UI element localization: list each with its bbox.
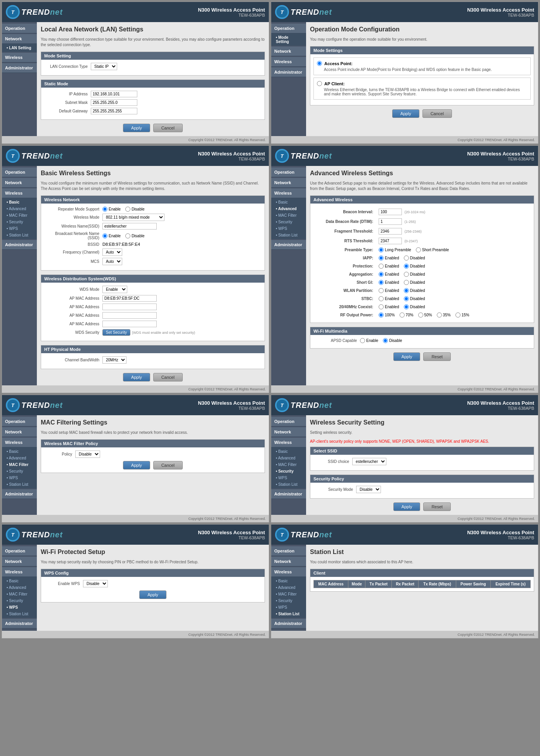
- apply-button[interactable]: Apply: [139, 590, 166, 599]
- apply-button[interactable]: Apply: [123, 461, 150, 469]
- radio-option[interactable]: 15%: [455, 312, 469, 318]
- channel-bw-select[interactable]: 20MHz 40MHz: [102, 356, 126, 364]
- sidebar-link[interactable]: MAC Filter: [271, 212, 306, 219]
- sidebar-link[interactable]: MAC Filter: [271, 461, 306, 468]
- sidebar-link[interactable]: Advanced: [271, 205, 306, 212]
- sidebar-section-btn[interactable]: Operation: [2, 546, 37, 556]
- radio-option[interactable]: Disabled: [404, 255, 425, 261]
- adv-input[interactable]: [379, 228, 402, 235]
- ap-mac4-input[interactable]: [102, 321, 157, 327]
- sidebar-section-btn[interactable]: Network: [271, 178, 306, 188]
- sidebar-section-btn[interactable]: Operation: [2, 167, 37, 177]
- sidebar-link[interactable]: Station List: [2, 611, 37, 617]
- mode-radio[interactable]: [317, 61, 322, 66]
- sidebar-link[interactable]: Security: [271, 219, 306, 225]
- sidebar-section-btn[interactable]: Network: [2, 34, 37, 44]
- sidebar-link[interactable]: WPS: [271, 225, 306, 232]
- radio-option[interactable]: Enabled: [379, 296, 399, 301]
- reset-button[interactable]: Reset: [423, 352, 451, 361]
- sidebar-link[interactable]: MAC Filter: [271, 591, 306, 597]
- sidebar-section-btn[interactable]: Network: [2, 427, 37, 437]
- sidebar-section-btn[interactable]: Operation: [271, 417, 306, 426]
- ap-mac1-input[interactable]: [102, 295, 157, 302]
- radio-option[interactable]: Enabled: [379, 272, 399, 277]
- sidebar-link[interactable]: Station List: [271, 232, 306, 238]
- ssid-input[interactable]: [102, 223, 157, 230]
- sidebar-link[interactable]: Security: [2, 597, 37, 604]
- apply-button[interactable]: Apply: [393, 502, 421, 511]
- adv-input[interactable]: [379, 238, 402, 244]
- cancel-button[interactable]: Cancel: [422, 109, 452, 118]
- radio-option[interactable]: Enabled: [379, 288, 399, 293]
- sidebar-link[interactable]: WPS: [271, 475, 306, 481]
- sidebar-section-btn[interactable]: Administrator: [271, 240, 306, 250]
- sidebar-link[interactable]: Advanced: [2, 584, 37, 591]
- apply-button[interactable]: Apply: [123, 124, 150, 132]
- radio-option[interactable]: Enabled: [379, 280, 399, 285]
- sidebar-section-btn[interactable]: Administrator: [2, 240, 37, 250]
- apply-button[interactable]: Apply: [392, 109, 419, 118]
- form-input[interactable]: [91, 91, 137, 97]
- cancel-button[interactable]: Cancel: [153, 461, 183, 469]
- sidebar-link[interactable]: Basic: [271, 448, 306, 455]
- sidebar-section-btn[interactable]: Operation: [2, 24, 37, 33]
- sidebar-link[interactable]: Advanced: [2, 455, 37, 461]
- sidebar-link[interactable]: Basic: [2, 199, 37, 205]
- sidebar-link[interactable]: Basic: [2, 578, 37, 584]
- sidebar-link[interactable]: Basic: [271, 199, 306, 205]
- radio-option[interactable]: Enabled: [379, 304, 399, 309]
- sidebar-link[interactable]: Security: [2, 219, 37, 225]
- radio-option[interactable]: 50%: [418, 312, 432, 318]
- apsd-radio[interactable]: Disable: [383, 338, 402, 343]
- mcs-select[interactable]: Auto: [102, 258, 122, 265]
- sidebar-section-btn[interactable]: Operation: [2, 417, 37, 426]
- security-mode-select[interactable]: DisableWEPWPAWPA2: [356, 486, 381, 493]
- ap-mac2-input[interactable]: [102, 304, 157, 310]
- sidebar-link[interactable]: Station List: [271, 481, 306, 488]
- sidebar-section-btn[interactable]: Network: [2, 557, 37, 566]
- sidebar-link[interactable]: Station List: [271, 611, 306, 617]
- ssid-choice-select[interactable]: estellerucher: [352, 458, 386, 465]
- sidebar-section-btn[interactable]: Wireless: [271, 567, 306, 577]
- sidebar-link[interactable]: Station List: [2, 232, 37, 238]
- apply-button[interactable]: Apply: [123, 373, 150, 381]
- wireless-mode-select[interactable]: 802.11 b/g/n mixed mode: [102, 214, 164, 221]
- mode-radio[interactable]: [317, 81, 322, 86]
- freq-select[interactable]: Auto: [102, 249, 122, 256]
- sidebar-link[interactable]: Basic: [271, 578, 306, 584]
- ap-mac3-input[interactable]: [102, 312, 157, 319]
- sidebar-link[interactable]: Mode Setting: [271, 34, 306, 45]
- sidebar-link[interactable]: Advanced: [2, 205, 37, 212]
- apsd-radio[interactable]: Enable: [360, 338, 378, 343]
- form-input[interactable]: [91, 99, 137, 106]
- sidebar-section-btn[interactable]: Wireless: [2, 567, 37, 577]
- sidebar-link[interactable]: WPS: [2, 475, 37, 481]
- radio-option[interactable]: Disabled: [404, 304, 425, 309]
- sidebar-link[interactable]: WPS: [2, 225, 37, 232]
- sidebar-section-btn[interactable]: Operation: [271, 24, 306, 33]
- sidebar-link[interactable]: Station List: [2, 481, 37, 488]
- sidebar-section-btn[interactable]: Administrator: [271, 489, 306, 499]
- reset-button[interactable]: Reset: [423, 502, 451, 511]
- sidebar-section-btn[interactable]: Network: [271, 47, 306, 56]
- radio-option[interactable]: 70%: [400, 312, 414, 318]
- sidebar-section-btn[interactable]: Wireless: [2, 438, 37, 447]
- sidebar-section-btn[interactable]: Network: [271, 427, 306, 437]
- sidebar-link[interactable]: Basic: [2, 448, 37, 455]
- radio-option[interactable]: Enabled: [379, 264, 399, 269]
- sidebar-section-btn[interactable]: Administrator: [2, 63, 37, 73]
- cancel-button[interactable]: Cancel: [153, 124, 183, 132]
- cancel-button[interactable]: Cancel: [153, 373, 183, 381]
- lan-type-select[interactable]: Static IPDHCP: [91, 63, 117, 70]
- sidebar-section-btn[interactable]: Operation: [271, 546, 306, 556]
- radio-option[interactable]: 35%: [437, 312, 451, 318]
- sidebar-link[interactable]: Security: [2, 468, 37, 475]
- radio-option[interactable]: Disabled: [404, 264, 425, 269]
- apply-button[interactable]: Apply: [393, 352, 421, 361]
- adv-input[interactable]: [379, 209, 402, 215]
- radio-option[interactable]: Disabled: [404, 272, 425, 277]
- sidebar-section-btn[interactable]: Administrator: [2, 619, 37, 628]
- sidebar-section-btn[interactable]: Wireless: [2, 53, 37, 62]
- enable-radio[interactable]: Enable: [102, 207, 121, 212]
- sidebar-link[interactable]: WPS: [2, 604, 37, 611]
